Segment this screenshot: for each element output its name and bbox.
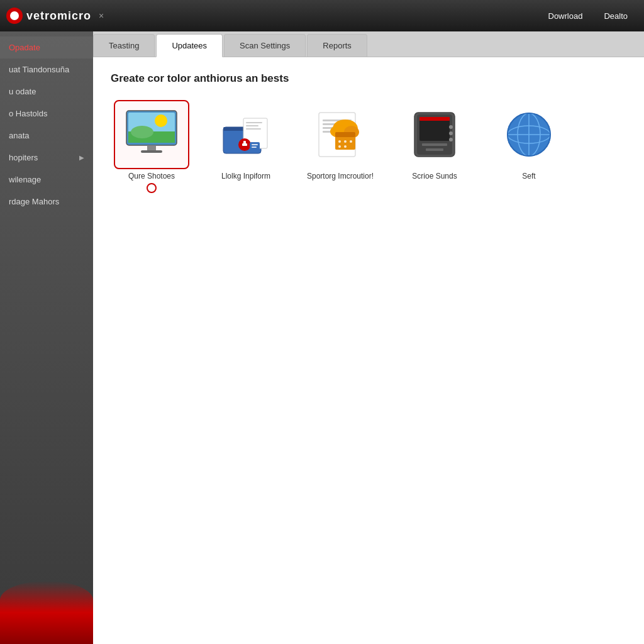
icon-grid: Qure Shotoes xyxy=(111,100,626,193)
app-logo-inner xyxy=(10,11,19,20)
page-content: Greate cor tolor anthiorus an bests xyxy=(93,57,644,644)
icon-box-seft xyxy=(491,100,567,169)
svg-rect-28 xyxy=(335,132,355,137)
svg-rect-10 xyxy=(246,122,262,123)
tab-scan-settings[interactable]: Scan Settings xyxy=(224,34,306,57)
tab-teasting[interactable]: Teasting xyxy=(93,34,155,57)
sidebar-item-label: wilenage xyxy=(9,175,41,184)
app-name: etromicro xyxy=(33,9,91,22)
sidebar-item-rdage-mahors[interactable]: rdage Mahors xyxy=(0,191,93,213)
tab-updatees[interactable]: Updatees xyxy=(156,34,223,57)
svg-point-40 xyxy=(449,138,453,142)
svg-point-33 xyxy=(344,145,347,148)
svg-rect-6 xyxy=(141,150,162,153)
sidebar-item-opadate[interactable]: Opadate xyxy=(0,36,93,58)
icon-label-scrioe-sunds: Scrioe Sunds xyxy=(412,172,457,180)
icon-item-qure-shotoes[interactable]: Qure Shotoes xyxy=(111,100,192,193)
cursor-indicator xyxy=(147,183,157,193)
sidebar-item-label: anata xyxy=(9,131,30,140)
tab-reports[interactable]: Reports xyxy=(307,34,367,57)
close-button[interactable]: × xyxy=(95,9,108,22)
sidebar-item-hopiters[interactable]: hopiters ▶ xyxy=(0,147,93,169)
sidebar-item-label: u odate xyxy=(9,87,36,96)
icon-label-seft: Seft xyxy=(522,172,535,180)
icon-box-qure-shotoes xyxy=(114,100,189,169)
icon-box-scrioe-sunds xyxy=(397,100,472,169)
svg-rect-15 xyxy=(242,143,247,146)
icon-box-llolkg-inpiform xyxy=(208,100,284,169)
svg-point-29 xyxy=(338,140,341,143)
svg-point-31 xyxy=(350,140,352,143)
icon-item-llolkg-inpiform[interactable]: Llolkg Inpiform xyxy=(205,100,287,180)
main-layout: Opadate uat Tiandonsuña u odate o Hastol… xyxy=(0,31,644,644)
icon-label-llolkg-inpiform: Llolkg Inpiform xyxy=(221,172,270,180)
svg-rect-5 xyxy=(147,145,156,150)
sidebar-item-label: hopiters xyxy=(9,153,38,162)
svg-rect-17 xyxy=(252,144,258,145)
title-bar-left: vetromicro × xyxy=(6,8,108,24)
svg-point-3 xyxy=(155,114,167,127)
icon-item-sportorg-imcroutior[interactable]: Sportorg Imcroutior! xyxy=(299,100,381,180)
device-icon xyxy=(407,109,462,160)
app-title: vetromicro xyxy=(26,9,91,23)
page-heading: Greate cor tolor anthiorus an bests xyxy=(111,72,626,85)
svg-rect-41 xyxy=(422,143,447,146)
sidebar-item-tiandonsu[interactable]: uat Tiandonsuña xyxy=(0,58,93,80)
sidebar-item-hastolds[interactable]: o Hastolds xyxy=(0,103,93,125)
download-button[interactable]: Dowrload xyxy=(538,0,593,31)
sidebar-bottom-decoration xyxy=(0,581,93,644)
icon-label-qure-shotoes: Qure Shotoes xyxy=(128,172,175,180)
icon-box-sportorg-imcroutior xyxy=(303,100,378,169)
svg-rect-12 xyxy=(246,128,261,130)
icon-label-sportorg-imcroutior: Sportorg Imcroutior! xyxy=(307,172,374,180)
sidebar-item-label: o Hastolds xyxy=(9,109,47,118)
sidebar-item-label: uat Tiandonsuña xyxy=(9,65,69,74)
app-prefix: v xyxy=(26,9,33,22)
svg-rect-42 xyxy=(426,148,443,151)
sidebar-item-label: rdage Mahors xyxy=(9,197,59,206)
app-logo xyxy=(6,8,23,24)
cloud-upload-icon xyxy=(218,109,274,160)
svg-point-38 xyxy=(449,125,453,129)
monitor-icon xyxy=(123,109,180,160)
tabs-bar: Teasting Updatees Scan Settings Reports xyxy=(93,31,644,57)
sidebar-item-label: Opadate xyxy=(9,43,40,52)
content-area: Teasting Updatees Scan Settings Reports … xyxy=(93,31,644,644)
title-bar: vetromicro × Dowrload Dealto xyxy=(0,0,644,31)
svg-point-30 xyxy=(344,140,347,143)
sidebar-item-anata[interactable]: anata xyxy=(0,125,93,147)
globe-icon xyxy=(501,109,557,160)
svg-rect-11 xyxy=(246,125,258,126)
svg-rect-37 xyxy=(419,117,450,121)
document-calendar-icon xyxy=(313,109,368,160)
svg-point-39 xyxy=(449,131,453,135)
icon-item-scrioe-sunds[interactable]: Scrioe Sunds xyxy=(394,100,475,180)
sidebar: Opadate uat Tiandonsuña u odate o Hastol… xyxy=(0,31,93,644)
chevron-right-icon: ▶ xyxy=(79,154,84,161)
svg-rect-18 xyxy=(252,147,257,148)
svg-point-32 xyxy=(338,145,341,148)
sidebar-item-wilenage[interactable]: wilenage xyxy=(0,169,93,191)
icon-item-seft[interactable]: Seft xyxy=(488,100,570,180)
svg-point-4 xyxy=(131,126,153,138)
dealto-button[interactable]: Dealto xyxy=(594,0,638,31)
sidebar-item-odate[interactable]: u odate xyxy=(0,80,93,103)
title-bar-right: Dowrload Dealto xyxy=(538,0,638,31)
